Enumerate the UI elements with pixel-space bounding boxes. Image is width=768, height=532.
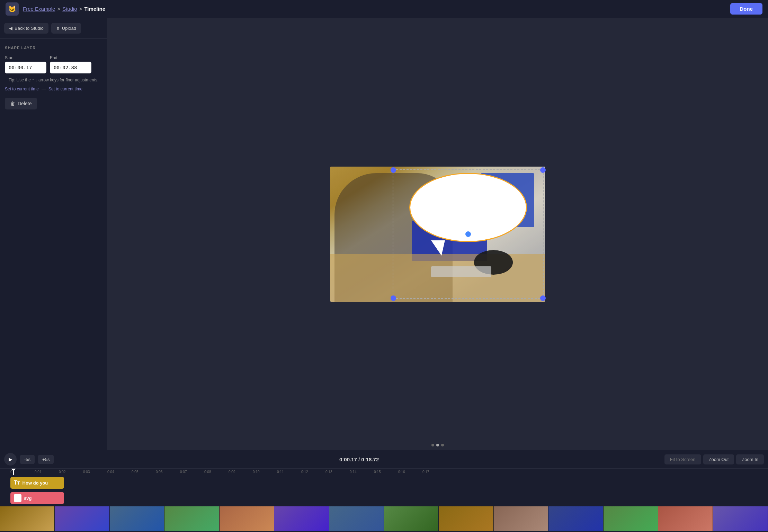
text-clip-label: How do you [23,480,48,486]
breadcrumb-section[interactable]: Studio [62,6,77,12]
play-icon: ▶ [9,456,12,462]
upload-icon: ⬆ [56,26,60,31]
ruler-mark-16: 0:16 [398,470,422,474]
fit-to-screen-button[interactable]: Fit to Screen [664,454,701,464]
text-track-icon: Тт [14,480,20,486]
ruler-mark-12: 0:12 [301,470,325,474]
filmstrip-frame-7 [329,506,384,531]
start-field-block: Start [5,55,46,73]
text-clip[interactable]: Тт How do you [10,477,64,489]
delete-button[interactable]: 🗑 Delete [5,98,37,109]
set-end-time-link[interactable]: Set to current time [48,87,82,91]
filmstrip-frame-1 [0,506,55,531]
svg-track: svg [0,490,768,506]
ruler-mark-14: 0:14 [350,470,374,474]
ruler-mark-4: 0:04 [107,470,132,474]
playhead-triangle [11,469,16,471]
ruler-marks: 0 0:01 0:02 0:03 0:04 0:05 0:06 0:07 0:0… [10,470,768,474]
app-logo: 🐱 [6,2,19,16]
ruler-mark-13: 0:13 [325,470,350,474]
end-time-input[interactable] [50,62,91,73]
breadcrumb-current: Timeline [84,6,105,12]
timeline-ruler: 0 0:01 0:02 0:03 0:04 0:05 0:06 0:07 0:0… [0,469,768,475]
done-button[interactable]: Done [730,3,763,15]
ruler-mark-11: 0:11 [277,470,301,474]
skip-forward-button[interactable]: +5s [38,455,54,464]
zoom-in-button[interactable]: Zoom In [736,454,764,464]
filmstrip-frame-13 [658,506,713,531]
text-track: Тт How do you [0,475,768,490]
ruler-mark-17: 0:17 [422,470,447,474]
ruler-mark-9: 0:09 [229,470,253,474]
play-button[interactable]: ▶ [4,453,17,466]
ruler-mark-15: 0:15 [374,470,398,474]
filmstrip-frame-11 [548,506,603,531]
filmstrip [0,506,768,531]
zoom-controls: Fit to Screen Zoom Out Zoom In [664,454,764,464]
ruler-mark-3: 0:03 [83,470,107,474]
back-arrow-icon: ◀ [9,26,12,31]
preview-dots [431,444,444,446]
main-content: ◀ Back to Studio ⬆ Upload SHAPE LAYER St… [0,18,768,450]
tip-text: Tip: Use the ↑ ↓ arrow keys for finer ad… [5,77,102,83]
speech-bubble[interactable] [409,173,527,242]
set-start-time-link[interactable]: Set to current time [5,87,39,91]
svg-clip-label: svg [24,496,32,501]
skip-back-button[interactable]: -5s [20,455,35,464]
start-time-input[interactable] [5,62,46,73]
svg-clip[interactable]: svg [10,492,64,504]
breadcrumb-sep2: > [79,6,82,12]
ruler-mark-5: 0:05 [132,470,156,474]
zoom-out-button[interactable]: Zoom Out [703,454,734,464]
filmstrip-frame-14 [713,506,768,531]
timeline-controls: ▶ -5s +5s 0:00.17 / 0:18.72 Fit to Scree… [0,450,768,469]
dot-2[interactable] [436,444,439,446]
svg-thumbnail [14,494,21,502]
ruler-mark-7: 0:07 [180,470,204,474]
time-dash: — [42,87,46,91]
time-fields: Start End [5,55,102,73]
filmstrip-frame-9 [439,506,493,531]
total-time: 0:18.72 [361,456,379,462]
current-time: 0:00.17 [339,456,357,462]
trash-icon: 🗑 [10,101,15,106]
sidebar: ◀ Back to Studio ⬆ Upload SHAPE LAYER St… [0,18,107,450]
speech-bubble-wrapper[interactable] [394,173,542,296]
upload-button[interactable]: ⬆ Upload [51,23,81,34]
filmstrip-frame-12 [604,506,658,531]
ruler-mark-8: 0:08 [204,470,229,474]
filmstrip-frame-8 [384,506,439,531]
breadcrumb: Free Example > Studio > Timeline [23,6,730,12]
timeline-tracks: Тт How do you svg [0,475,768,506]
filmstrip-frame-4 [164,506,219,531]
breadcrumb-project[interactable]: Free Example [23,6,55,12]
start-label: Start [5,55,46,60]
panel-title: SHAPE LAYER [5,46,102,50]
dot-3[interactable] [441,444,444,446]
back-to-studio-button[interactable]: ◀ Back to Studio [4,23,48,34]
playhead[interactable] [13,469,14,475]
breadcrumb-sep1: > [57,6,60,12]
filmstrip-frame-2 [55,506,109,531]
dot-1[interactable] [431,444,434,446]
end-label: End [50,55,91,60]
set-time-row: Set to current time — Set to current tim… [5,87,102,91]
filmstrip-frame-3 [110,506,164,531]
time-display: 0:00.17 / 0:18.72 [57,456,661,462]
ruler-mark-6: 0:06 [156,470,180,474]
end-field-block: End [50,55,91,73]
filmstrip-frame-5 [220,506,274,531]
ruler-mark-10: 0:10 [253,470,277,474]
ruler-mark-1: 0:01 [35,470,59,474]
sidebar-panel: SHAPE LAYER Start End Tip: Use the ↑ ↓ a… [0,39,107,450]
preview-area [107,18,768,450]
filmstrip-frame-10 [494,506,548,531]
video-frame [330,167,545,302]
sidebar-toolbar: ◀ Back to Studio ⬆ Upload [0,18,107,39]
filmstrip-frame-6 [274,506,329,531]
top-bar: 🐱 Free Example > Studio > Timeline Done [0,0,768,18]
ruler-mark-2: 0:02 [59,470,83,474]
timeline-area: ▶ -5s +5s 0:00.17 / 0:18.72 Fit to Scree… [0,450,768,532]
